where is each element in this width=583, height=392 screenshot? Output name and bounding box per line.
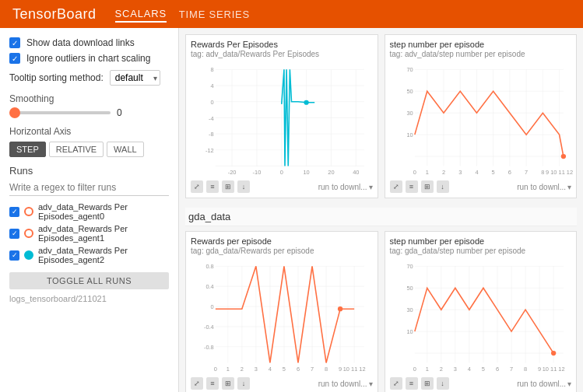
tooltip-select-wrapper[interactable]: default [110, 70, 160, 86]
svg-text:0: 0 [211, 303, 214, 310]
svg-text:3: 3 [453, 366, 456, 373]
expand-icon[interactable]: ⤢ [191, 180, 203, 193]
run-to-download-rewards-gda[interactable]: run to downl... ▾ [318, 380, 373, 388]
show-download-checkbox[interactable] [9, 37, 20, 48]
chart-step-adv: step number per episode tag: adv_data/st… [385, 34, 578, 198]
tooltip-label: Tooltip sorting method: [9, 72, 104, 83]
svg-text:8: 8 [523, 366, 526, 373]
chevron-down-icon-step-gda: ▾ [567, 380, 571, 388]
svg-text:4: 4 [269, 366, 272, 373]
svg-text:8: 8 [211, 67, 214, 74]
run-label-2: adv_data_Rewards Per Episodes_agent2 [38, 246, 169, 264]
nav-scalars[interactable]: SCALARS [115, 6, 167, 23]
run-item-1: adv_data_Rewards Per Episodes_agent1 [9, 224, 169, 243]
svg-text:10 11 12: 10 11 12 [343, 366, 366, 373]
svg-text:1: 1 [425, 169, 428, 176]
svg-text:10: 10 [303, 169, 309, 176]
image-icon-rewards-gda[interactable]: ⊞ [222, 377, 234, 390]
svg-text:-0.8: -0.8 [204, 344, 214, 351]
logs-text: logs_tensorboard/211021 [9, 294, 169, 303]
download-icon-step-gda[interactable]: ↓ [437, 377, 449, 390]
ignore-outliers-item[interactable]: Ignore outliers in chart scaling [9, 53, 169, 64]
download-icon[interactable]: ↓ [237, 180, 250, 193]
svg-text:0: 0 [280, 169, 283, 176]
expand-icon-step-adv[interactable]: ⤢ [390, 180, 402, 193]
svg-text:2: 2 [441, 169, 444, 176]
axis-btn-relative[interactable]: RELATIVE [49, 142, 104, 157]
run-to-download-label-rewards-gda: run to downl... [318, 380, 367, 388]
image-icon-step-gda[interactable]: ⊞ [421, 377, 434, 390]
svg-point-86 [338, 306, 342, 311]
svg-text:0.8: 0.8 [205, 264, 213, 271]
logo: TensorBoard [12, 6, 97, 23]
axis-buttons: STEP RELATIVE WALL [9, 142, 169, 157]
chart-tag-rewards-adv: tag: adv_data/Rewards Per Episodes [191, 50, 373, 58]
svg-text:9 10 11 12: 9 10 11 12 [546, 169, 573, 176]
filter-runs-input[interactable] [9, 180, 169, 196]
chart-area-step-gda: 70 50 30 10 0 1 2 3 4 5 6 7 [390, 258, 572, 375]
image-icon[interactable]: ⊞ [222, 180, 234, 193]
header: TensorBoard SCALARS TIME SERIES [0, 0, 583, 28]
svg-point-25 [304, 100, 308, 105]
svg-text:1: 1 [425, 366, 428, 373]
tooltip-select[interactable]: default [110, 70, 160, 86]
image-icon-step-adv[interactable]: ⊞ [421, 180, 434, 193]
svg-text:4: 4 [467, 366, 470, 373]
svg-text:-12: -12 [205, 147, 214, 154]
svg-text:6: 6 [297, 366, 300, 373]
chart-tag-step-adv: tag: adv_data/step number per episode [390, 50, 572, 58]
svg-text:0.4: 0.4 [205, 283, 213, 290]
svg-text:6: 6 [507, 169, 511, 176]
axis-btn-wall[interactable]: WALL [107, 142, 144, 157]
sidebar: Show data download links Ignore outliers… [0, 28, 179, 392]
smoothing-value: 0 [117, 107, 122, 118]
svg-text:4: 4 [475, 169, 478, 176]
chart-rewards-gda: Rewards per episode tag: gda_data/Reward… [185, 231, 378, 392]
list-icon-step-gda[interactable]: ≡ [406, 377, 418, 390]
chart-title-rewards-adv: Rewards Per Episodes [191, 40, 373, 49]
list-icon-rewards-gda[interactable]: ≡ [206, 377, 219, 390]
chart-tag-rewards-gda: tag: gda_data/Rewards per episode [191, 247, 373, 255]
svg-text:70: 70 [406, 264, 413, 271]
svg-text:70: 70 [406, 67, 413, 74]
chart-title-step-gda: step number per episode [390, 236, 572, 246]
svg-text:7: 7 [311, 366, 314, 373]
expand-icon-step-gda[interactable]: ⤢ [390, 377, 402, 390]
chart-title-rewards-gda: Rewards per episode [191, 236, 373, 246]
svg-text:9: 9 [339, 366, 342, 373]
svg-text:40: 40 [353, 169, 359, 176]
svg-text:30: 30 [406, 110, 413, 117]
toggle-all-runs-button[interactable]: TOGGLE ALL RUNS [9, 272, 169, 289]
svg-text:4: 4 [211, 82, 214, 89]
svg-text:8: 8 [541, 169, 544, 176]
svg-text:20: 20 [328, 169, 334, 176]
list-icon-step-adv[interactable]: ≡ [406, 180, 418, 193]
h-axis-label: Horizontal Axis [9, 126, 169, 137]
svg-text:-20: -20 [228, 169, 237, 176]
download-icon-rewards-gda[interactable]: ↓ [237, 377, 250, 390]
axis-btn-step[interactable]: STEP [9, 142, 46, 157]
ignore-outliers-checkbox[interactable] [9, 53, 20, 64]
run-to-download-step-adv[interactable]: run to downl... ▾ [517, 183, 571, 191]
show-download-item[interactable]: Show data download links [9, 37, 169, 48]
nav-time-series[interactable]: TIME SERIES [179, 7, 250, 22]
list-icon[interactable]: ≡ [206, 180, 219, 193]
run-label-0: adv_data_Rewards Per Episodes_agent0 [38, 202, 169, 221]
run-to-download-0[interactable]: run to downl... ▾ [318, 183, 373, 191]
chart-area-rewards-gda: 0.8 0.4 0 -0.4 -0.8 0 1 2 3 4 5 [191, 258, 373, 375]
run-to-download-label-step-gda: run to downl... [517, 380, 566, 388]
svg-text:5: 5 [491, 169, 494, 176]
run-to-download-label-0: run to downl... [318, 183, 367, 191]
expand-icon-rewards-gda[interactable]: ⤢ [191, 377, 203, 390]
run-dot-2 [24, 250, 33, 260]
run-checkbox-0[interactable] [9, 207, 19, 217]
svg-text:0: 0 [214, 366, 217, 373]
chart-tag-step-gda: tag: gda_data/step number per episode [390, 247, 572, 255]
smoothing-slider[interactable] [9, 111, 111, 114]
run-to-download-step-gda[interactable]: run to downl... ▾ [517, 380, 571, 388]
run-checkbox-1[interactable] [9, 229, 19, 239]
svg-text:50: 50 [406, 88, 413, 95]
run-checkbox-2[interactable] [9, 250, 19, 261]
download-icon-step-adv[interactable]: ↓ [437, 180, 449, 193]
layout: Show data download links Ignore outliers… [0, 28, 583, 392]
